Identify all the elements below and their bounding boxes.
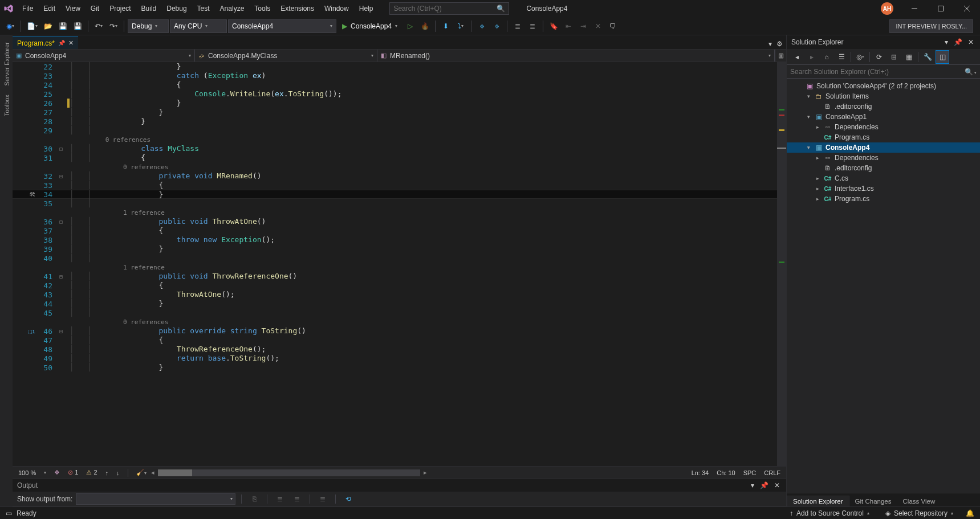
code-line[interactable]: │ │ class MyClass [70,144,777,153]
code-line[interactable]: │ │ [70,308,777,317]
code-line[interactable]: │ │ } [70,108,777,117]
output-wrap-button[interactable]: ≣ [316,492,330,506]
nav-type-combo[interactable]: 🝰ConsoleApp4.MyClass▾ [195,50,377,62]
menu-build[interactable]: Build [136,0,162,17]
panel-tab-git-changes[interactable]: Git Changes [849,496,897,506]
code-line[interactable]: │ │ { [70,153,777,162]
code-line[interactable]: │ │ { [70,281,777,290]
se-home-button[interactable]: ⌂ [820,50,833,64]
se-forward-button[interactable]: ▸ [805,50,819,64]
select-repository-button[interactable]: ◈Select Repository▴ [882,509,957,517]
nav-project-combo[interactable]: ▣ConsoleApp4▾ [13,50,195,62]
panel-tab-solution-explorer[interactable]: Solution Explorer [787,496,849,506]
tree-item[interactable]: ▾▣ConsoleApp4 [787,142,980,153]
menu-analyze[interactable]: Analyze [215,0,250,17]
code-line[interactable]: │ │ } [70,62,777,71]
code-line[interactable]: │ │ ThrowReferenceOne(); [70,345,777,354]
menu-file[interactable]: File [17,0,38,17]
close-tab-icon[interactable]: ✕ [68,39,74,47]
code-line[interactable]: │ │ public void ThrowReferenceOne() [70,272,777,281]
output-close-button[interactable]: ✕ [772,481,782,489]
tree-item[interactable]: ▸▫▫Dependencies [787,153,980,163]
se-show-all-button[interactable]: ▦ [902,50,916,64]
output-clear-button[interactable]: ⟲ [341,492,355,506]
tab-program-cs[interactable]: Program.cs* 📌 ✕ [13,36,78,49]
code-line[interactable]: │ │ public void ThrowAtOne() [70,217,777,226]
tree-item[interactable]: ▸C#C.cs [787,173,980,183]
step-into-button[interactable]: ⬇ [439,19,453,33]
output-next-button[interactable]: ≣ [290,492,304,506]
code-editor[interactable]: 222324252627282930⊟3132⊟33🛠343536⊟373839… [13,62,786,466]
hot-reload-button[interactable]: 🔥 [418,19,432,33]
codelens[interactable]: 1 reference [70,208,777,217]
panel-tab-class-view[interactable]: Class View [897,496,941,506]
code-line[interactable]: │ │ Console.WriteLine(ex.ToString()); [70,89,777,99]
minimize-button[interactable] [901,0,928,17]
tree-item[interactable]: ▾▣ConsoleApp1 [787,112,980,122]
output-window-icon[interactable]: ▭ [6,509,12,517]
tabs-settings-button[interactable]: ⚙ [775,39,784,49]
notifications-icon[interactable]: 🔔 [966,509,974,517]
pin-icon[interactable]: 📌 [58,40,65,46]
output-find-button[interactable]: ⎘ [247,492,261,506]
se-sync-button[interactable]: ⟳ [872,50,886,64]
se-filter-button[interactable]: ◎▾ [853,50,867,64]
tree-item[interactable]: ▣Solution 'ConsoleApp4' (2 of 2 projects… [787,81,980,91]
se-close-button[interactable]: ✕ [966,38,975,46]
code-line[interactable]: │ │ ThrowAtOne(); [70,290,777,299]
output-prev-button[interactable]: ≣ [273,492,287,506]
menu-window[interactable]: Window [319,0,354,17]
warning-icon[interactable]: ⚠ [86,469,92,476]
se-search-input[interactable] [790,68,965,76]
code-line[interactable]: │ │ public override string ToString() [70,326,777,336]
preview-channel-button[interactable]: INT PREVIEW | ROSLY... [889,19,973,33]
horizontal-scrollbar[interactable]: ◂▸ [158,469,420,476]
output-dropdown-button[interactable]: ▾ [749,481,756,489]
code-line[interactable]: │ │ throw new Exception(); [70,235,777,244]
platform-combo[interactable]: Any CPU▾ [170,19,227,33]
se-properties-button[interactable]: 🔧 [921,50,934,64]
code-line[interactable]: │ │ [70,126,777,135]
codelens[interactable]: 0 references [70,317,777,326]
next-issue-button[interactable]: ↓ [116,469,120,476]
menu-view[interactable]: View [60,0,86,17]
codelens[interactable]: 0 references [70,162,777,171]
code-line[interactable]: │ │ { [70,336,777,345]
toolbar-icon-2[interactable]: ⎆ [490,19,503,33]
bookmark-clear-button[interactable]: ✕ [591,19,605,33]
code-line[interactable]: │ │ [70,199,777,208]
se-back-button[interactable]: ◂ [790,50,804,64]
menu-edit[interactable]: Edit [38,0,60,17]
tree-item[interactable]: C#Program.cs [787,132,980,142]
cleanup-button[interactable]: 🧹▾ [136,469,147,476]
code-line[interactable]: │ │ { [70,181,777,190]
tree-item[interactable]: ▸C#Interface1.cs [787,183,980,194]
menu-debug[interactable]: Debug [161,0,192,17]
insert-mode[interactable]: SPC [743,469,757,476]
code-line[interactable]: │ │ private void MRenamed() [70,171,777,181]
feedback-button[interactable]: 🗨 [606,22,620,30]
rail-server-explorer[interactable]: Server Explorer [2,38,11,90]
rail-toolbox[interactable]: Toolbox [2,90,11,121]
bookmark-prev-button[interactable]: ⇤ [562,19,575,33]
code-line[interactable]: │ │ } [70,299,777,308]
menu-project[interactable]: Project [104,0,136,17]
code-line[interactable]: │ │ { [70,80,777,89]
nav-back-button[interactable]: ◉▾ [3,19,17,33]
tabs-overflow-button[interactable]: ▾ [767,39,773,49]
open-file-button[interactable]: 📂 [41,19,55,33]
menu-help[interactable]: Help [354,0,379,17]
code-line[interactable]: │ │ catch (Exception ex) [70,71,777,80]
code-line[interactable]: │ │ [70,254,777,263]
se-switch-views-button[interactable]: ☰ [835,50,848,64]
tree-item[interactable]: 🗎.editorconfig [787,163,980,173]
split-editor-button[interactable]: ⊞ [778,52,784,60]
configuration-combo[interactable]: Debug▾ [128,19,169,33]
health-indicator-icon[interactable]: ❖ [54,469,60,476]
solution-tree[interactable]: ▣Solution 'ConsoleApp4' (2 of 2 projects… [787,79,980,493]
line-ending[interactable]: CRLF [764,469,780,476]
close-button[interactable] [954,0,980,17]
nav-member-combo[interactable]: ◧MRenamed()▾ [377,50,775,62]
se-preview-button[interactable]: ◫ [936,50,949,64]
prev-issue-button[interactable]: ↑ [105,469,109,476]
